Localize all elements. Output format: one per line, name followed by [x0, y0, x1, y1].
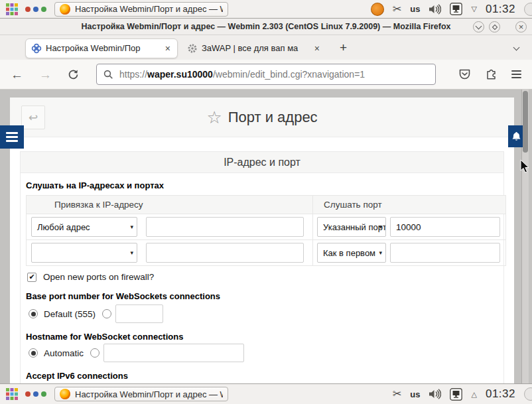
ws-port-custom-radio[interactable] — [102, 309, 111, 318]
workspace-dot-green[interactable] — [41, 391, 46, 397]
websocket-port-label: Base port number for WebSockets connecti… — [26, 291, 498, 301]
volume-icon[interactable] — [429, 389, 441, 399]
port-mode-select[interactable]: Указанный порт ▾ — [317, 217, 386, 237]
minimize-button[interactable] — [473, 21, 484, 33]
maximize-button[interactable] — [489, 21, 500, 33]
browser-viewport: ↩ ☆ Порт и адрес IP-адрес и порт Слушать… — [0, 90, 532, 383]
port-mode-select[interactable]: Как в первом ▾ — [317, 243, 386, 263]
hostname-custom-input[interactable] — [103, 344, 244, 362]
hostname-custom-radio[interactable] — [90, 348, 100, 358]
column-header-bind: Привязка к IP-адресу — [27, 196, 313, 214]
workspace-dot-green[interactable] — [41, 7, 46, 12]
url-text[interactable]: https://waper.su10000/webmin/edit_bind.c… — [119, 69, 365, 80]
webmin-menu-toggle[interactable] — [0, 125, 24, 149]
keyboard-layout-indicator[interactable]: us — [410, 4, 420, 14]
bind-address-input[interactable] — [146, 217, 304, 237]
taskbar-window-button[interactable]: Настройка Webmin/Порт и адрес — W — [54, 387, 228, 401]
close-button[interactable]: × — [515, 21, 527, 33]
clipboard-scissors-icon[interactable]: ✂ — [393, 389, 401, 399]
search-icon — [103, 70, 113, 80]
keyboard-layout-indicator[interactable]: us — [410, 389, 420, 399]
maximize-icon — [492, 24, 497, 29]
zawap-favicon — [187, 43, 198, 54]
window-frame-edge — [529, 90, 532, 383]
forward-button[interactable]: → — [39, 68, 52, 81]
window-titlebar[interactable]: Настройка Webmin/Порт и адрес — Webmin 2… — [0, 19, 532, 35]
page-header: ↩ ☆ Порт и адрес — [10, 98, 514, 137]
display-tray-icon[interactable] — [450, 3, 462, 15]
workspace-dots[interactable] — [25, 391, 46, 397]
select-value: Любой адрес — [37, 222, 90, 232]
workspace-dot-blue[interactable] — [33, 391, 38, 397]
chevron-down-icon: ▾ — [130, 249, 133, 256]
url-bar[interactable]: https://waper.su10000/webmin/edit_bind.c… — [96, 64, 436, 85]
extensions-puzzle-icon[interactable] — [485, 68, 498, 81]
page-scrollbar-thumb[interactable] — [523, 91, 528, 153]
minimize-icon — [476, 23, 482, 29]
app-menu-icon[interactable] — [511, 70, 521, 78]
tab-zawap[interactable]: ЗаWAP | все для вап ма × — [182, 38, 326, 58]
pocket-icon[interactable] — [458, 68, 471, 80]
tab-close-icon[interactable]: × — [313, 43, 321, 54]
page-title: Порт и адрес — [228, 109, 318, 126]
navigation-toolbar: ← → https://waper.su10000/webmin/edit_bi… — [0, 60, 532, 90]
url-host: waper.su10000 — [147, 69, 213, 80]
workspace-dot-red[interactable] — [25, 391, 31, 397]
firefox-icon — [60, 389, 70, 399]
edge-partial-icon[interactable] — [524, 3, 532, 16]
firewall-checkbox-row: ✔ Open new ports on firewall? — [27, 272, 498, 282]
port-number-input[interactable] — [390, 217, 500, 237]
websocket-port-row: Default (555) — [29, 304, 498, 323]
taskbar-bottom: Настройка Webmin/Порт и адрес — W ✂ us △… — [0, 383, 532, 404]
clipboard-scissors-icon[interactable]: ✂ — [393, 4, 401, 15]
taskbar-window-label: Настройка Webmin/Порт и адрес — W — [75, 389, 223, 399]
clock[interactable]: 01:32 — [486, 3, 515, 16]
tray-expand-icon[interactable]: ▽ — [471, 5, 476, 13]
workspace-dot-blue[interactable] — [33, 7, 38, 12]
tab-bar: Настройка Webmin/Пор × ЗаWAP | все для в… — [0, 35, 532, 60]
websocket-hostname-row: Automatic — [29, 344, 498, 362]
column-header-port: Слушать порт — [313, 196, 506, 214]
volume-icon[interactable] — [429, 4, 441, 15]
toolbar-right-icons — [458, 68, 521, 81]
system-tray-bottom: ✂ us △ 01:32 — [393, 387, 528, 401]
edge-partial-icon[interactable] — [524, 387, 532, 401]
display-tray-icon[interactable] — [450, 388, 462, 401]
return-arrow-icon: ↩ — [29, 111, 38, 125]
ws-port-custom-input[interactable] — [115, 304, 163, 323]
tab-webmin-title: Настройка Webmin/Пор — [46, 43, 160, 53]
back-button[interactable]: ← — [11, 68, 23, 81]
firewall-checkbox[interactable]: ✔ — [27, 273, 36, 282]
reload-icon[interactable] — [68, 69, 79, 80]
tab-zawap-title: ЗаWAP | все для вап ма — [202, 43, 309, 53]
applications-menu-icon[interactable] — [5, 3, 19, 16]
tray-expand-icon[interactable]: △ — [471, 390, 476, 399]
bell-icon — [511, 131, 521, 142]
taskbar-window-button[interactable]: Настройка Webmin/Порт и адрес — W — [54, 2, 228, 17]
page-back-button[interactable]: ↩ — [21, 105, 45, 129]
bind-address-select[interactable]: ▾ — [31, 243, 137, 263]
webmin-page: ↩ ☆ Порт и адрес IP-адрес и порт Слушать… — [10, 98, 514, 383]
tab-close-icon[interactable]: × — [164, 43, 172, 54]
port-number-input[interactable] — [390, 243, 500, 263]
firewall-label: Open new ports on firewall? — [43, 272, 154, 282]
tab-webmin[interactable]: Настройка Webmin/Пор × — [25, 38, 178, 58]
chevron-down-icon: ▾ — [379, 224, 382, 230]
favorite-star-icon[interactable]: ☆ — [206, 109, 222, 126]
applications-menu-icon[interactable] — [5, 387, 19, 401]
url-protocol: https:// — [119, 69, 147, 80]
ws-port-default-radio[interactable] — [29, 309, 38, 318]
select-value: Как в первом — [323, 248, 375, 258]
bind-address-input[interactable] — [146, 243, 304, 263]
clock[interactable]: 01:32 — [486, 387, 515, 401]
ws-port-default-label: Default (555) — [44, 309, 96, 319]
hostname-automatic-radio[interactable] — [29, 348, 38, 358]
bind-address-select[interactable]: Любой адрес ▾ — [31, 217, 137, 237]
workspace-dots[interactable] — [25, 7, 46, 12]
taskbar-top: Настройка Webmin/Порт и адрес — W ✂ us ▽… — [0, 0, 532, 19]
workspace-dot-red[interactable] — [25, 7, 31, 12]
list-all-tabs-icon[interactable] — [513, 44, 520, 51]
new-tab-button[interactable]: + — [337, 40, 350, 55]
updater-tray-icon[interactable] — [371, 3, 384, 16]
ip-port-panel: IP-адрес и порт Слушать на IP-адресах и … — [20, 151, 504, 383]
